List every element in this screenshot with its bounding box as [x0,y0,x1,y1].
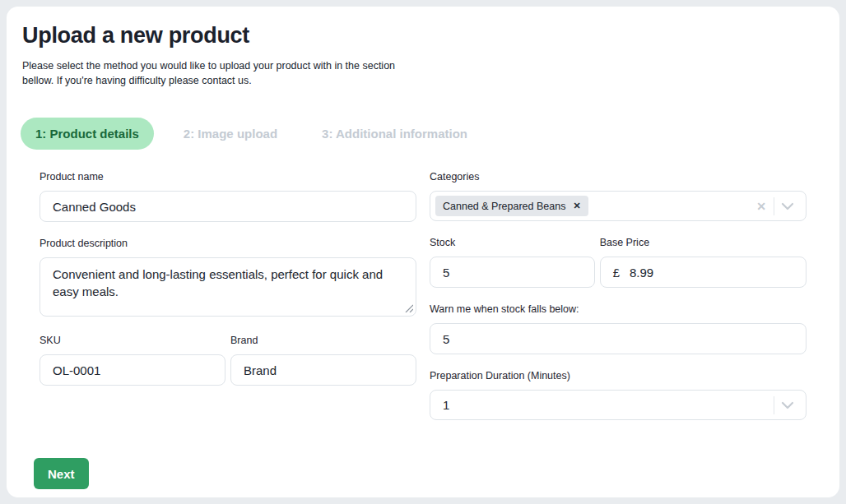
warn-threshold-label: Warn me when stock falls below: [430,303,806,315]
brand-input[interactable] [230,354,416,386]
preparation-duration-select[interactable] [430,390,806,420]
preparation-duration-input[interactable] [435,398,774,412]
base-price-label: Base Price [600,237,806,248]
base-price-control: £ [600,257,806,288]
product-name-field: Product name [40,171,416,222]
base-price-field: Base Price £ [600,237,806,288]
page-subtitle: Please select the method you would like … [22,58,427,88]
product-description-field: Product description Convenient and long-… [40,238,416,317]
categories-clear-icon[interactable]: ✕ [749,200,774,213]
sku-input[interactable] [40,354,225,386]
categories-field: Categories Canned & Prepared Beans ✕ ✕ [430,171,806,221]
product-name-input[interactable] [40,191,416,222]
chevron-down-icon[interactable] [774,401,799,409]
product-details-form: Product name Product description Conveni… [7,171,839,436]
category-tag: Canned & Prepared Beans ✕ [435,196,588,216]
stock-price-row: Stock Base Price £ [430,237,806,288]
brand-label: Brand [230,335,416,346]
preparation-duration-field: Preparation Duration (Minutes) [430,370,806,420]
sku-brand-row: SKU Brand [40,335,416,386]
base-price-input[interactable] [630,266,793,280]
stock-label: Stock [430,237,595,248]
currency-symbol: £ [613,266,620,280]
form-right-column: Categories Canned & Prepared Beans ✕ ✕ [430,171,806,436]
categories-multiselect[interactable]: Canned & Prepared Beans ✕ ✕ [430,191,806,221]
preparation-duration-label: Preparation Duration (Minutes) [430,370,806,381]
tab-product-details[interactable]: 1: Product details [21,118,154,150]
chevron-down-icon[interactable] [774,202,799,210]
wizard-tabs: 1: Product details 2: Image upload 3: Ad… [21,118,839,150]
upload-product-card: Upload a new product Please select the m… [7,7,839,497]
page-title: Upload a new product [22,23,839,49]
category-tag-remove-icon[interactable]: ✕ [573,201,580,211]
sku-field: SKU [40,335,225,386]
form-left-column: Product name Product description Conveni… [40,171,416,386]
product-description-wrap: Convenient and long-lasting essentials, … [40,257,416,317]
stock-input[interactable] [430,257,595,288]
product-name-label: Product name [40,171,416,183]
warn-threshold-input[interactable] [430,323,806,354]
tab-additional-information[interactable]: 3: Additional information [307,118,482,150]
next-button[interactable]: Next [34,458,89,489]
warn-threshold-field: Warn me when stock falls below: [430,303,806,354]
product-description-textarea[interactable]: Convenient and long-lasting essentials, … [40,257,416,317]
brand-field: Brand [230,335,416,386]
tab-image-upload[interactable]: 2: Image upload [169,118,292,150]
category-tag-label: Canned & Prepared Beans [443,201,565,212]
product-description-label: Product description [40,238,416,249]
stock-field: Stock [430,237,595,288]
sku-label: SKU [40,335,225,346]
categories-label: Categories [430,171,806,183]
resize-handle-icon[interactable] [404,303,413,312]
